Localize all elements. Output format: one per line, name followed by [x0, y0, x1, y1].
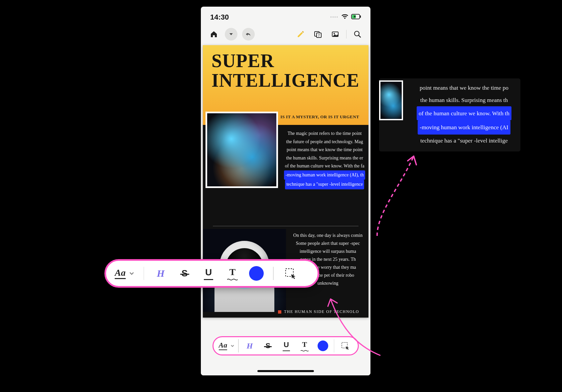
format-toolbar: Aa H S U T	[212, 336, 359, 355]
color-button[interactable]	[316, 338, 330, 354]
home-indicator[interactable]	[257, 370, 314, 372]
popup-text: point means that we know the time pothe …	[409, 82, 519, 147]
format-toolbar-zoom: Aa H S U T	[104, 259, 319, 288]
lasso-button[interactable]	[338, 338, 352, 354]
underline-button[interactable]: U	[279, 338, 294, 354]
toolbar-divider	[238, 339, 239, 352]
tag-square-icon	[278, 310, 281, 314]
toolbar-divider	[334, 339, 335, 352]
color-dot-icon	[318, 341, 328, 351]
search-button[interactable]	[351, 28, 364, 41]
image-button[interactable]	[329, 28, 342, 41]
battery-icon	[351, 14, 361, 21]
svg-rect-1	[360, 15, 361, 18]
nav-bar: T	[201, 25, 370, 45]
status-icons: ••••	[330, 14, 361, 21]
font-style-button[interactable]: Aa	[115, 265, 134, 281]
highlight-button[interactable]: H	[242, 338, 257, 354]
chevron-down-icon	[129, 271, 134, 276]
nav-divider	[346, 30, 347, 39]
squiggle-button[interactable]: T	[297, 338, 312, 354]
chevron-down-icon	[230, 344, 234, 348]
toolbar-divider	[144, 267, 144, 280]
phone-bottom: Aa H S U T	[201, 332, 370, 375]
undo-button[interactable]	[242, 28, 255, 41]
home-button[interactable]	[208, 28, 220, 41]
lasso-button[interactable]	[283, 265, 298, 281]
highlight-button[interactable]: H	[153, 265, 168, 281]
paragraph-1[interactable]: The magic point refers to the time point…	[278, 128, 368, 219]
highlighter-button[interactable]	[294, 28, 307, 41]
phone-frame: 14:30 ••••	[201, 7, 370, 375]
squiggle-button[interactable]: T	[225, 265, 240, 281]
strikethrough-button[interactable]: S	[261, 338, 275, 354]
color-dot-icon	[249, 266, 264, 281]
dropdown-button[interactable]	[225, 28, 237, 41]
color-button[interactable]	[249, 265, 264, 281]
cellular-dots-icon: ••••	[330, 15, 339, 20]
nebula-image	[206, 112, 278, 188]
status-bar: 14:30 ••••	[201, 7, 370, 25]
divider	[213, 226, 358, 226]
font-style-button[interactable]: Aa	[219, 338, 235, 354]
toolbar-divider	[273, 267, 274, 280]
wifi-icon	[341, 14, 349, 21]
underline-button[interactable]: U	[201, 265, 216, 281]
text-card-button[interactable]: T	[312, 28, 324, 41]
section-tag: THE HUMAN SIDE OF TECHNOLO	[278, 309, 359, 314]
article-subtitle: IS IT A MYSTERY, OR IS IT URGENT	[280, 114, 359, 120]
text-zoom-popup: point means that we know the time pothe …	[379, 78, 520, 151]
strikethrough-button[interactable]: S	[177, 265, 192, 281]
svg-line-9	[359, 36, 361, 38]
article-title: SUPER INTELLIGENCE	[211, 51, 368, 90]
svg-point-7	[334, 33, 335, 34]
annotation-arrow	[370, 146, 437, 239]
status-time: 14:30	[210, 13, 229, 22]
popup-thumb	[379, 80, 403, 120]
